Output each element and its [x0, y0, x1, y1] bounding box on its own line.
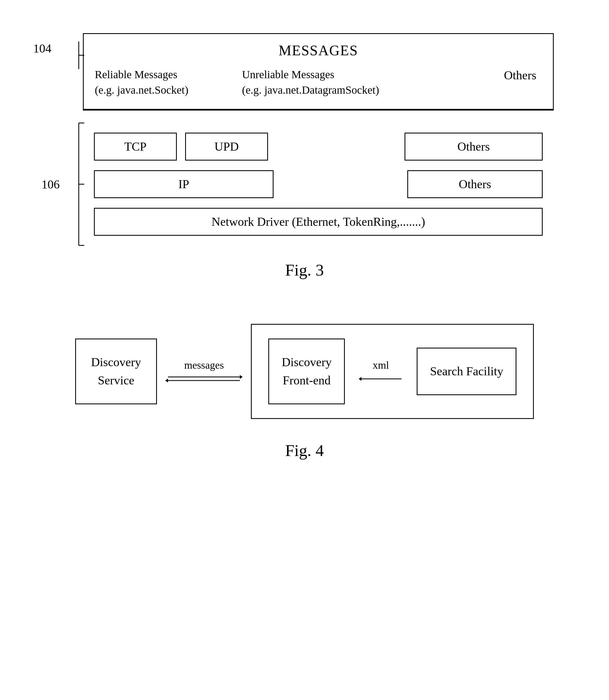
row2-spacer: [282, 170, 399, 198]
fig4-label: Fig. 4: [33, 441, 576, 460]
others-top-text: Others: [504, 67, 536, 84]
page: 104 MESSAGES Reliable Messages (e.g. jav…: [0, 0, 609, 700]
messages-arrow-svg: [165, 373, 243, 384]
network-driver-box: Network Driver (Ethernet, TokenRing,....…: [94, 208, 543, 236]
unreliable-messages-text: Unreliable Messages (e.g. java.net.Datag…: [242, 67, 389, 98]
reliable-messages-text: Reliable Messages (e.g. java.net.Socket): [95, 67, 242, 98]
network-row-3: Network Driver (Ethernet, TokenRing,....…: [88, 208, 548, 236]
label-106-group: 106: [33, 177, 51, 191]
discovery-service-box: Discovery Service: [75, 338, 157, 404]
fig3-section: 104 MESSAGES Reliable Messages (e.g. jav…: [33, 33, 576, 280]
xml-label: xml: [373, 359, 389, 371]
fig4-row: Discovery Service messages: [33, 324, 576, 419]
messages-col-reliable: Reliable Messages (e.g. java.net.Socket): [95, 67, 242, 98]
fig3-label: Fig. 3: [33, 261, 576, 280]
svg-marker-11: [359, 377, 361, 381]
network-rows: TCP UPD Others IP: [83, 122, 554, 247]
search-facility-box: Search Facility: [417, 348, 517, 395]
bracket-104-svg: [57, 41, 84, 75]
outer-container-box: Discovery Front-end xml Search Facility: [251, 324, 534, 419]
xml-arrow-group: xml: [359, 359, 403, 384]
network-stack-wrapper: 106 TCP UPD: [33, 122, 576, 247]
network-row-2: IP Others: [88, 170, 548, 198]
label-104: 104: [33, 41, 51, 55]
messages-col-others-top: Others: [389, 67, 542, 84]
others-mid-box: Others: [404, 133, 543, 161]
network-row-1: TCP UPD Others: [88, 133, 548, 161]
row1-spacer: [276, 133, 396, 161]
tcp-box: TCP: [94, 133, 177, 161]
messages-label: messages: [184, 359, 224, 371]
messages-arrow-group: messages: [162, 359, 245, 384]
messages-title: MESSAGES: [95, 42, 542, 58]
messages-container: MESSAGES Reliable Messages (e.g. java.ne…: [83, 33, 554, 110]
messages-row: Reliable Messages (e.g. java.net.Socket)…: [95, 67, 542, 98]
svg-marker-9: [165, 379, 168, 383]
ip-box: IP: [94, 170, 274, 198]
discovery-frontend-box: Discovery Front-end: [268, 338, 345, 404]
svg-marker-7: [240, 375, 243, 379]
others-bot-box: Others: [407, 170, 543, 198]
fig4-section: Discovery Service messages: [33, 324, 576, 460]
xml-arrow-svg: [359, 373, 403, 384]
upd-box: UPD: [185, 133, 268, 161]
messages-col-unreliable: Unreliable Messages (e.g. java.net.Datag…: [242, 67, 389, 98]
bracket-106-svg: [57, 122, 84, 247]
